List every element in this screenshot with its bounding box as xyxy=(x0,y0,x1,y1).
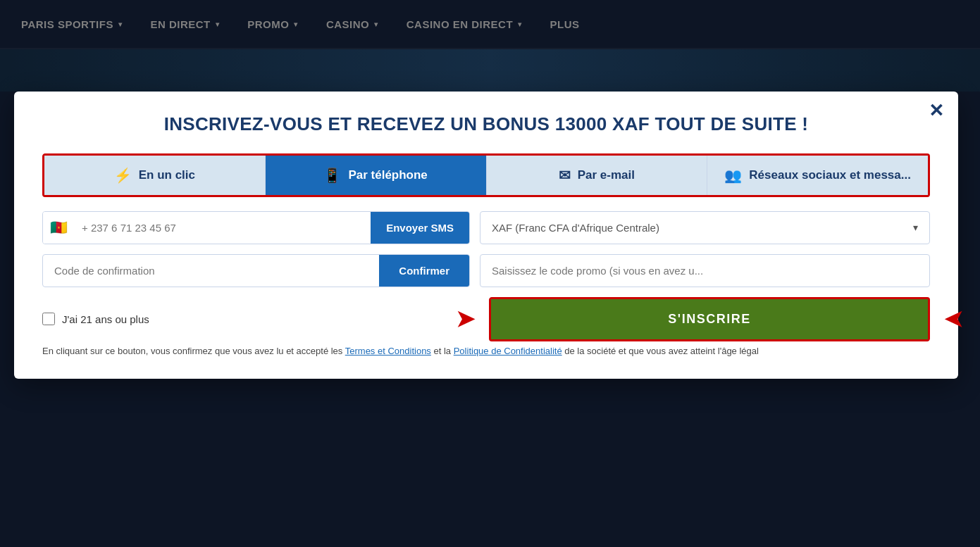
tab-reseaux[interactable]: 👥 Réseaux sociaux et messa... xyxy=(707,156,928,195)
currency-select[interactable]: XAF (Franc CFA d'Afrique Centrale) ▾ xyxy=(480,211,930,244)
email-icon: ✉ xyxy=(559,167,571,184)
tab-email[interactable]: ✉ Par e-mail xyxy=(487,156,708,195)
modal-title: INSCRIVEZ-VOUS ET RECEVEZ UN BONUS 13000… xyxy=(42,113,930,137)
lightning-icon: ⚡ xyxy=(114,167,132,184)
legal-text: En cliquant sur ce bouton, vous confirme… xyxy=(42,344,930,358)
registration-tabs-row: ⚡ En un clic 📱 Par téléphone ✉ Par e-mai… xyxy=(44,156,928,195)
registration-tabs-wrapper: ⚡ En un clic 📱 Par téléphone ✉ Par e-mai… xyxy=(42,153,930,197)
register-button[interactable]: S'INSCRIRE xyxy=(491,299,928,339)
privacy-link[interactable]: Politique de Confidentialité xyxy=(454,346,562,356)
form-row-register: J'ai 21 ans ou plus ➤ S'INSCRIRE ➤ xyxy=(42,297,930,341)
arrow-right-icon: ➤ xyxy=(944,306,963,332)
age-label[interactable]: J'ai 21 ans ou plus xyxy=(62,313,149,325)
chevron-down-icon: ▾ xyxy=(913,222,918,233)
modal-overlay: ✕ INSCRIVEZ-VOUS ET RECEVEZ UN BONUS 130… xyxy=(0,0,980,547)
registration-form: 🇨🇲 Envoyer SMS XAF (Franc CFA d'Afrique … xyxy=(42,211,930,341)
form-row-phone: 🇨🇲 Envoyer SMS XAF (Franc CFA d'Afrique … xyxy=(42,211,930,244)
form-row-confirmation: Confirmer xyxy=(42,254,930,287)
confirmation-field-group: Confirmer xyxy=(42,254,470,287)
cameroon-flag-icon: 🇨🇲 xyxy=(43,212,75,244)
register-button-wrapper: ➤ S'INSCRIRE ➤ xyxy=(489,297,930,341)
tab-telephone[interactable]: 📱 Par téléphone xyxy=(266,156,487,195)
tab-un-clic[interactable]: ⚡ En un clic xyxy=(44,156,266,195)
terms-link[interactable]: Termes et Conditions xyxy=(345,346,431,356)
phone-icon: 📱 xyxy=(323,167,341,184)
age-checkbox-row: J'ai 21 ans ou plus xyxy=(42,313,479,325)
promo-input[interactable] xyxy=(480,254,930,287)
social-icon: 👥 xyxy=(724,167,742,184)
confirmation-input[interactable] xyxy=(43,255,379,287)
close-button[interactable]: ✕ xyxy=(929,101,944,120)
age-checkbox[interactable] xyxy=(42,313,55,325)
phone-field-group: 🇨🇲 Envoyer SMS xyxy=(42,211,470,244)
phone-input[interactable] xyxy=(75,212,371,244)
send-sms-button[interactable]: Envoyer SMS xyxy=(371,212,469,244)
registration-modal: ✕ INSCRIVEZ-VOUS ET RECEVEZ UN BONUS 130… xyxy=(14,92,958,379)
confirm-button[interactable]: Confirmer xyxy=(379,255,469,287)
